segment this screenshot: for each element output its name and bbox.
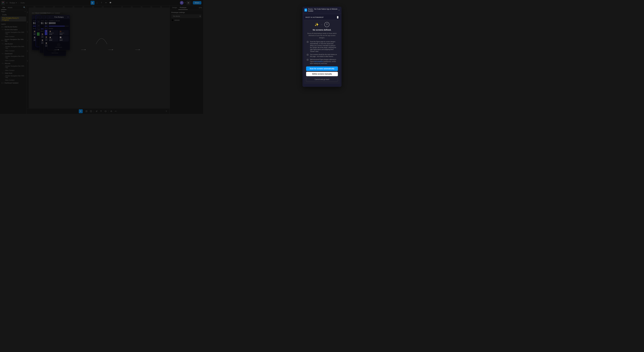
modal-overlay[interactable]: b Buzzy - No Code Native App & Website B… (0, 0, 203, 114)
